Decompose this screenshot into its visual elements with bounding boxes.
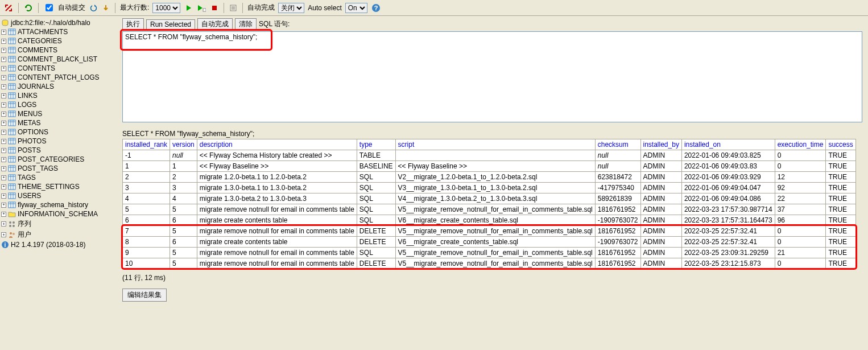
table-icon (8, 164, 16, 172)
table-row[interactable]: 66migrate create contents tableSQLV6__mi… (123, 215, 856, 226)
table-node[interactable]: +CONTENT_PATCH_LOGS (1, 73, 115, 82)
connection-node[interactable]: jdbc:h2:file:~/.halo/db/halo (1, 18, 115, 27)
column-header[interactable]: success (826, 139, 855, 150)
clear-button[interactable]: 清除 (235, 18, 257, 30)
max-rows-select[interactable]: 1000 (152, 3, 180, 13)
table-node[interactable]: +LOGS (1, 100, 115, 109)
column-header[interactable]: installed_by (640, 139, 681, 150)
table-row[interactable]: 11<< Flyway Baseline >>BASELINE<< Flyway… (123, 161, 856, 172)
expand-icon[interactable]: + (1, 232, 6, 237)
table-node[interactable]: +LINKS (1, 91, 115, 100)
expand-icon[interactable]: + (1, 84, 6, 89)
table-row[interactable]: 55migrate remove notnull for email in co… (123, 204, 856, 215)
expand-icon[interactable]: + (1, 175, 6, 180)
auto-complete-button[interactable]: 自动完成 (197, 18, 233, 30)
table-row[interactable]: 95migrate remove notnull for email in co… (123, 248, 856, 258)
refresh-icon[interactable] (23, 3, 34, 13)
cell: 0 (775, 161, 826, 172)
table-node[interactable]: +METAS (1, 118, 115, 127)
expand-icon[interactable]: + (1, 112, 6, 117)
auto-commit-checkbox[interactable] (46, 4, 53, 11)
column-header[interactable]: description (197, 139, 357, 150)
expand-icon[interactable]: + (1, 166, 6, 171)
cell: TRUE (826, 215, 855, 226)
table-node[interactable]: +THEME_SETTINGS (1, 182, 115, 191)
cell: null (170, 150, 197, 161)
column-header[interactable]: script (395, 139, 595, 150)
table-node[interactable]: +flyway_schema_history (1, 200, 115, 209)
table-row[interactable]: 33migrate 1.3.0-beta.1 to 1.3.0-beta.2SQ… (123, 183, 856, 193)
expand-icon[interactable]: + (1, 139, 6, 144)
table-node[interactable]: +POST_CATEGORIES (1, 155, 115, 164)
run-selected-button[interactable]: Run Selected (146, 19, 195, 30)
expand-icon[interactable]: + (1, 39, 6, 44)
column-header[interactable]: checksum (595, 139, 640, 150)
run-selected-icon[interactable] (196, 3, 206, 13)
expand-icon[interactable]: + (1, 57, 6, 62)
expand-icon[interactable]: + (1, 193, 6, 199)
expand-icon[interactable]: + (1, 212, 6, 217)
expand-icon[interactable]: + (1, 121, 6, 126)
auto-select-select[interactable]: On (345, 3, 367, 13)
table-node[interactable]: +CONTENTS (1, 64, 115, 73)
table-node[interactable]: +COMMENT_BLACK_LIST (1, 55, 115, 64)
table-row[interactable]: 44migrate 1.3.0-beta.2 to 1.3.0-beta.3SQ… (123, 193, 856, 204)
table-node[interactable]: +CATEGORIES (1, 36, 115, 46)
expand-icon[interactable]: + (1, 48, 6, 53)
version-node[interactable]: i H2 1.4.197 (2018-03-18) (1, 240, 115, 249)
expand-icon[interactable]: + (1, 93, 6, 98)
table-row[interactable]: 105migrate remove notnull for email in c… (123, 258, 856, 269)
run-button[interactable]: 执行 (122, 18, 144, 30)
auto-complete-select[interactable]: 关闭 (278, 3, 304, 13)
cell: migrate remove notnull for email in comm… (197, 258, 357, 269)
column-header[interactable]: installed_on (681, 139, 775, 150)
svg-rect-12 (9, 84, 15, 89)
table-node[interactable]: +OPTIONS (1, 127, 115, 137)
undo-icon[interactable] (89, 3, 98, 13)
sql-input[interactable] (122, 31, 862, 122)
stop-icon[interactable] (210, 3, 219, 13)
table-node[interactable]: +POSTS (1, 146, 115, 155)
expand-icon[interactable]: + (1, 148, 6, 153)
expand-icon[interactable]: + (1, 130, 6, 135)
sequences-node[interactable]: + 序列 (1, 219, 115, 229)
disconnect-icon[interactable] (3, 3, 14, 13)
table-row[interactable]: -1null<< Flyway Schema History table cre… (123, 150, 856, 161)
table-node[interactable]: +TAGS (1, 173, 115, 182)
help-icon[interactable]: ? (371, 3, 381, 13)
table-node[interactable]: +JOURNALS (1, 82, 115, 91)
column-header[interactable]: installed_rank (123, 139, 170, 150)
history-icon[interactable] (229, 3, 238, 13)
cell: 6 (170, 215, 197, 226)
column-header[interactable]: execution_time (775, 139, 826, 150)
cell: ADMIN (640, 215, 681, 226)
table-row[interactable]: 86migrate create contents tableDELETEV6_… (123, 237, 856, 248)
expand-icon[interactable]: + (1, 203, 6, 208)
table-icon (8, 37, 16, 45)
svg-point-28 (9, 225, 11, 227)
run-icon[interactable] (184, 3, 193, 13)
column-header[interactable]: version (170, 139, 197, 150)
table-node[interactable]: +PHOTOS (1, 137, 115, 146)
schema-node[interactable]: + INFORMATION_SCHEMA (1, 209, 115, 219)
column-header[interactable]: type (357, 139, 395, 150)
commit-icon[interactable] (101, 3, 110, 13)
table-node[interactable]: +COMMENTS (1, 46, 115, 55)
table-row[interactable]: 75migrate remove notnull for email in co… (123, 226, 856, 237)
svg-rect-18 (9, 138, 15, 144)
table-node[interactable]: +USERS (1, 191, 115, 200)
expand-icon[interactable]: + (1, 102, 6, 108)
table-node[interactable]: +MENUS (1, 109, 115, 118)
expand-icon[interactable]: + (1, 66, 6, 71)
edit-result-button[interactable]: 编辑结果集 (122, 289, 167, 302)
users-node[interactable]: + 用户 (1, 229, 115, 240)
expand-icon[interactable]: + (1, 184, 6, 190)
table-node[interactable]: +POST_TAGS (1, 164, 115, 173)
expand-icon[interactable]: + (1, 30, 6, 35)
expand-icon[interactable]: + (1, 157, 6, 162)
expand-icon[interactable]: + (1, 75, 6, 80)
svg-rect-19 (9, 147, 15, 153)
table-row[interactable]: 22migrate 1.2.0-beta.1 to 1.2.0-beta.2SQ… (123, 172, 856, 183)
table-node[interactable]: +ATTACHMENTS (1, 27, 115, 36)
expand-icon[interactable]: + (1, 221, 6, 227)
